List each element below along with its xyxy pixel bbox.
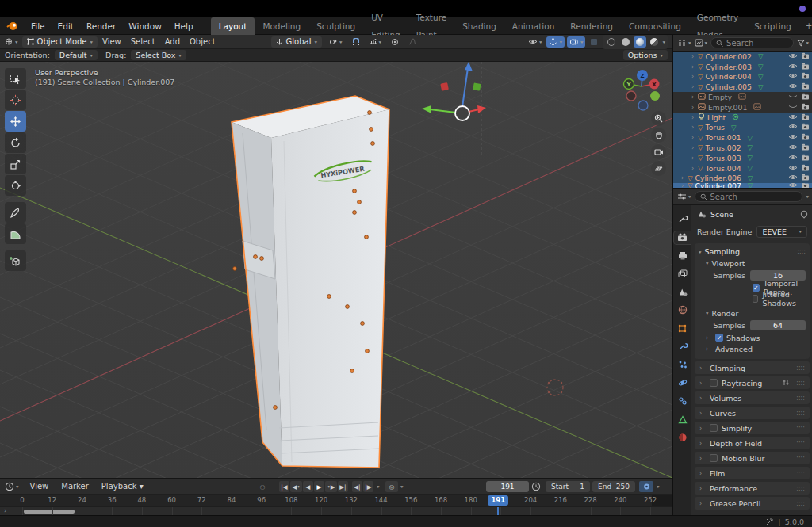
axis-neg-z-ball[interactable]	[638, 101, 648, 110]
render-visibility-icon[interactable]	[801, 154, 810, 162]
expand-chevron-icon[interactable]: ›	[691, 114, 698, 121]
expand-chevron-icon[interactable]: ›	[691, 134, 698, 141]
menubar-item-window[interactable]: Window	[122, 21, 167, 31]
outliner-filter-button[interactable]: ▾	[797, 40, 809, 47]
checkbox[interactable]	[710, 379, 718, 387]
constraints-properties-tab[interactable]	[674, 395, 691, 408]
play-reverse-button[interactable]: ◀	[303, 481, 313, 492]
menubar-item-file[interactable]: File	[25, 21, 52, 31]
outliner-row-torus.004[interactable]: ›▽Torus.004▽	[673, 163, 812, 174]
viewport-menu-object[interactable]: Object	[185, 37, 220, 46]
render-properties-tab[interactable]	[674, 231, 691, 244]
subpanel-advanced[interactable]: ›Advanced	[699, 343, 806, 354]
panel-grease-pencil[interactable]: ›Grease Pencil::::	[695, 497, 810, 510]
output-properties-tab[interactable]	[674, 250, 691, 262]
add-cube-tool[interactable]	[5, 250, 26, 271]
subpanel-shadows[interactable]: ›✓Shadows	[699, 332, 806, 343]
physics-properties-tab[interactable]	[674, 377, 691, 390]
snap-toggle[interactable]	[350, 36, 362, 48]
eye-open-icon[interactable]	[788, 72, 798, 81]
render-visibility-icon[interactable]	[801, 93, 810, 101]
frame-end-field[interactable]: End 250	[592, 481, 635, 492]
tool-properties-tab[interactable]	[674, 213, 691, 226]
viewport-menu-view[interactable]: View	[98, 37, 126, 46]
checkbox[interactable]	[710, 454, 718, 462]
expand-chevron-icon[interactable]: ›	[691, 165, 698, 172]
gizmo-center-circle[interactable]	[455, 106, 469, 120]
render-visibility-icon[interactable]	[801, 143, 810, 152]
menubar-item-edit[interactable]: Edit	[52, 21, 80, 31]
expand-chevron-icon[interactable]: ›	[681, 174, 688, 181]
expand-chevron-icon[interactable]: ›	[691, 94, 698, 101]
outliner-row-empty[interactable]: ›Empty	[673, 92, 812, 102]
panel-curves[interactable]: ›Curves::::	[695, 407, 810, 419]
eye-open-icon[interactable]	[788, 174, 798, 182]
eye-open-icon[interactable]	[788, 123, 798, 132]
blender-logo-icon[interactable]	[0, 21, 25, 31]
outliner-row-torus.003[interactable]: ›▽Torus.003▽	[673, 153, 812, 163]
menubar-item-help[interactable]: Help	[168, 21, 200, 31]
next-keyframe-button[interactable]: •▶	[325, 481, 337, 492]
drag-handle-icon[interactable]: ::::	[796, 455, 805, 462]
workspace-tab-compositing[interactable]: Compositing	[621, 17, 689, 35]
jump-to-end-button[interactable]: ▶|	[338, 481, 348, 492]
prev-keyframe-button[interactable]: ◀•	[290, 481, 302, 492]
expand-chevron-icon[interactable]: ›	[691, 83, 698, 90]
editor-type-selector[interactable]: ▾	[0, 37, 22, 46]
gizmo-plane-x[interactable]	[440, 82, 449, 91]
chevron-down-icon[interactable]: ▾	[657, 484, 660, 489]
chevron-down-icon[interactable]: ▾	[400, 484, 404, 489]
zoom-button[interactable]	[651, 111, 666, 126]
workspace-tab-shading[interactable]: Shading	[454, 17, 504, 35]
outliner-row-torus[interactable]: ›▽Torus▽	[673, 123, 812, 133]
panel-simplify[interactable]: ›Simplify::::	[695, 422, 810, 434]
panel-clamping[interactable]: ›Clamping::::	[695, 361, 810, 374]
render-visibility-icon[interactable]	[801, 123, 810, 132]
drag-handle-icon[interactable]: ::::	[796, 410, 805, 417]
menubar-item-render[interactable]: Render	[80, 21, 122, 31]
snap-settings-dropdown[interactable]: ▾	[367, 36, 385, 48]
outliner-editor-selector[interactable]: ▾	[677, 39, 691, 47]
auto-keying-button[interactable]: ◎	[385, 481, 398, 492]
gizmo-plane-y[interactable]	[473, 82, 481, 90]
expand-chevron-icon[interactable]: ›	[691, 53, 698, 60]
eye-open-icon[interactable]	[788, 164, 798, 173]
drag-handle-icon[interactable]: ::::	[796, 470, 805, 477]
modifiers-properties-tab[interactable]	[674, 341, 691, 353]
render-visibility-icon[interactable]	[801, 174, 810, 182]
checkbox[interactable]	[753, 295, 758, 303]
render-visibility-icon[interactable]	[801, 133, 810, 142]
frame-forward-button[interactable]: |▶	[363, 481, 373, 492]
xray-toggle[interactable]	[588, 36, 600, 48]
workspace-tab-sculpting[interactable]: Sculpting	[308, 17, 363, 35]
object-properties-tab[interactable]	[674, 323, 691, 335]
drag-handle-icon[interactable]: ::::	[796, 365, 805, 372]
pivot-point-dropdown[interactable]: ▾	[327, 36, 345, 48]
play-button[interactable]: ▶	[314, 481, 324, 492]
drag-handle-icon[interactable]: ::::	[796, 425, 805, 432]
shading-solid-button[interactable]	[619, 36, 632, 48]
outliner-row-cylinder.003[interactable]: ›▽Cylinder.003▽	[673, 62, 812, 72]
transform-orientation-dropdown[interactable]: Global ▾	[271, 36, 322, 48]
frame-start-field[interactable]: Start 1	[546, 481, 590, 492]
chevron-down-icon[interactable]: ▾	[377, 484, 380, 489]
current-frame-field[interactable]: 191	[486, 481, 529, 492]
drag-handle-icon[interactable]: ::::	[796, 500, 805, 507]
expand-chevron-icon[interactable]: ›	[691, 144, 698, 151]
record-button[interactable]: ○	[256, 481, 269, 492]
panel-performance[interactable]: ›Performance::::	[695, 482, 810, 495]
annotate-tool[interactable]	[5, 202, 26, 223]
camera-view-button[interactable]	[651, 144, 666, 159]
render-visibility-icon[interactable]	[801, 52, 810, 61]
properties-editor-selector[interactable]: ▾	[677, 193, 691, 200]
render-visibility-icon[interactable]	[801, 63, 810, 71]
mode-dropdown[interactable]: Object Mode ▾	[22, 36, 98, 48]
axis-neg-x-ball[interactable]	[626, 91, 636, 101]
outliner-search-input[interactable]: Search	[710, 37, 794, 48]
eye-open-icon[interactable]	[788, 143, 798, 152]
orientation-setting-dropdown[interactable]: Default ▾	[55, 50, 98, 60]
panel-depth-of-field[interactable]: ›Depth of Field::::	[695, 437, 810, 449]
panel-raytracing[interactable]: ›Raytracing::::	[695, 376, 810, 389]
eye-closed-icon[interactable]	[788, 93, 798, 101]
outliner-row-torus.001[interactable]: ›▽Torus.001▽	[673, 132, 812, 143]
